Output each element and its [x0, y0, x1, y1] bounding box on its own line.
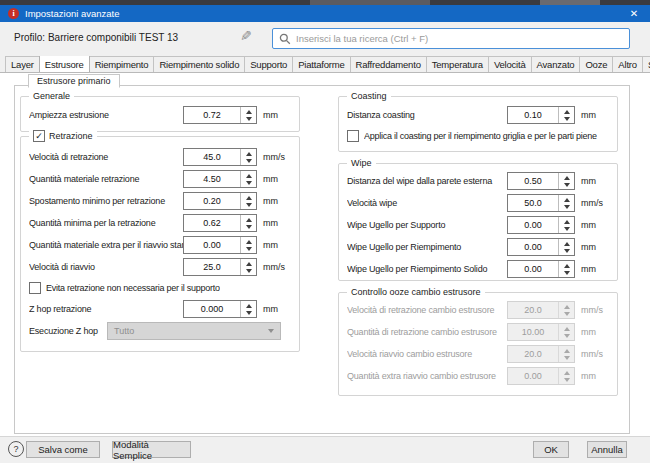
spin-down-icon[interactable] — [564, 117, 570, 121]
tab-ooze[interactable]: Ooze — [579, 56, 613, 72]
spin-down-icon[interactable] — [246, 181, 252, 185]
spin-up-icon[interactable] — [246, 110, 252, 114]
spin-up-icon[interactable] — [246, 196, 252, 200]
spostamento-minimo-input[interactable]: 0.20 — [183, 192, 257, 210]
spin-down-icon[interactable] — [564, 249, 570, 253]
spin-up-icon[interactable] — [246, 304, 252, 308]
ampiezza-estrusione-input[interactable]: 0.72 — [183, 106, 257, 124]
spin-up-icon[interactable] — [564, 220, 570, 224]
spin-down-icon[interactable] — [246, 117, 252, 121]
tab-layer[interactable]: Layer — [5, 56, 40, 72]
spin-down-icon — [564, 378, 570, 382]
retrazione-checkbox[interactable]: ✓ — [33, 130, 45, 142]
unit-label: mm — [263, 240, 291, 250]
spin-up-icon[interactable] — [246, 174, 252, 178]
spin-down-icon[interactable] — [246, 311, 252, 315]
spinner-buttons[interactable] — [558, 195, 574, 211]
spin-down-icon[interactable] — [564, 205, 570, 209]
unit-label: mm — [263, 196, 291, 206]
unit-label: mm — [581, 264, 609, 274]
setting-row: Velocità di riavvio 25.0 mm/s — [21, 256, 299, 278]
zhop-retrazione-input[interactable]: 0.000 — [183, 300, 257, 318]
quantita-minima-retrazione-input[interactable]: 0.62 — [183, 214, 257, 232]
spin-down-icon[interactable] — [246, 159, 252, 163]
velocita-wipe-input[interactable]: 50.0 — [507, 194, 575, 212]
spinner-buttons[interactable] — [240, 237, 256, 253]
wipe-ugello-supporto-input[interactable]: 0.00 — [507, 216, 575, 234]
spin-down-icon[interactable] — [564, 183, 570, 187]
spin-down-icon[interactable] — [246, 203, 252, 207]
spinner-buttons[interactable] — [240, 193, 256, 209]
spinner-buttons[interactable] — [240, 259, 256, 275]
spinner-buttons[interactable] — [240, 301, 256, 317]
spinner-buttons — [558, 302, 574, 318]
velocita-retrazione-label: Velocità di retrazione — [29, 152, 183, 162]
spin-up-icon[interactable] — [564, 264, 570, 268]
applica-coasting-label: Applica il coasting per il riempimento g… — [364, 131, 597, 141]
spinner-buttons[interactable] — [558, 261, 574, 277]
spinner-buttons[interactable] — [558, 107, 574, 123]
velocita-riavvio-input[interactable]: 25.0 — [183, 258, 257, 276]
cancel-button[interactable]: Annulla — [587, 441, 627, 458]
spin-up-icon[interactable] — [564, 242, 570, 246]
tab-piattaforme[interactable]: Piattaforme — [292, 56, 350, 72]
tab-supporto[interactable]: Supporto — [244, 56, 293, 72]
search-icon — [279, 33, 291, 45]
group-retrazione: ✓ Retrazione Velocità di retrazione 45.0… — [20, 136, 300, 352]
save-as-button[interactable]: Salva come — [26, 441, 100, 458]
search-input[interactable] — [296, 33, 623, 44]
setting-row: Wipe Ugello per Riempimento Solido 0.00 … — [339, 258, 617, 280]
wipe-ugello-riempimento-solido-input[interactable]: 0.00 — [507, 260, 575, 278]
spin-down-icon[interactable] — [246, 225, 252, 229]
wipe-ugello-riempimento-input[interactable]: 0.00 — [507, 238, 575, 256]
esecuzione-zhop-value: Tutto — [114, 326, 134, 336]
spinner-buttons[interactable] — [240, 215, 256, 231]
quantita-extra-riavvio-input[interactable]: 0.00 — [183, 236, 257, 254]
setting-row: Velocità di retrazione 45.0 mm/s — [21, 146, 299, 168]
quantita-materiale-retrazione-input[interactable]: 4.50 — [183, 170, 257, 188]
spinner-buttons[interactable] — [240, 171, 256, 187]
close-icon[interactable]: ✕ — [626, 8, 642, 19]
spinner-buttons[interactable] — [240, 149, 256, 165]
simple-mode-button[interactable]: Modalità Semplice — [112, 441, 191, 458]
tab-altro[interactable]: Altro — [612, 56, 643, 72]
search-box[interactable] — [272, 28, 630, 49]
ok-button[interactable]: OK — [533, 441, 569, 458]
tab-velocita[interactable]: Velocità — [488, 56, 532, 72]
spin-down-icon[interactable] — [564, 271, 570, 275]
velocita-retrazione-input[interactable]: 45.0 — [183, 148, 257, 166]
tab-speciali[interactable]: Speciali — [642, 56, 650, 72]
tab-temperatura[interactable]: Temperatura — [426, 56, 489, 72]
spin-up-icon[interactable] — [246, 152, 252, 156]
subtab-estrusore-primario[interactable]: Estrusore primario — [28, 74, 120, 88]
spinner-buttons[interactable] — [558, 173, 574, 189]
help-icon[interactable]: ? — [8, 441, 24, 457]
tab-riempimento[interactable]: Riempimento — [89, 56, 155, 72]
distanza-wipe-input[interactable]: 0.50 — [507, 172, 575, 190]
spin-up-icon[interactable] — [564, 110, 570, 114]
setting-row: Quantità extra riavvio cambio estrusore … — [339, 365, 617, 387]
spin-up-icon[interactable] — [246, 240, 252, 244]
applica-coasting-checkbox[interactable]: ✓ — [347, 130, 359, 142]
spin-up-icon[interactable] — [564, 176, 570, 180]
tab-raffreddamento[interactable]: Raffreddamento — [350, 56, 427, 72]
spin-up-icon[interactable] — [246, 218, 252, 222]
tab-estrusore[interactable]: Estrusore — [39, 56, 90, 73]
spinner-buttons[interactable] — [240, 107, 256, 123]
spin-up-icon[interactable] — [246, 262, 252, 266]
distanza-coasting-input[interactable]: 0.10 — [507, 106, 575, 124]
spin-down-icon[interactable] — [246, 247, 252, 251]
distanza-wipe-label: Distanza del wipe dalla parete esterna — [347, 176, 507, 186]
spin-down-icon[interactable] — [564, 227, 570, 231]
unit-label: mm — [581, 220, 609, 230]
evita-retrazione-checkbox[interactable]: ✓ — [29, 282, 41, 294]
spin-down-icon[interactable] — [246, 269, 252, 273]
setting-row: Quantità di retrazione cambio estrusore … — [339, 321, 617, 343]
tab-avanzato[interactable]: Avanzato — [531, 56, 581, 72]
group-retrazione-title: ✓ Retrazione — [29, 130, 97, 142]
spinner-buttons[interactable] — [558, 217, 574, 233]
tab-riempimento-solido[interactable]: Riempimento solido — [153, 56, 245, 72]
spin-up-icon[interactable] — [564, 198, 570, 202]
edit-profile-pencil-icon[interactable]: ✎ — [240, 28, 252, 44]
spinner-buttons[interactable] — [558, 239, 574, 255]
